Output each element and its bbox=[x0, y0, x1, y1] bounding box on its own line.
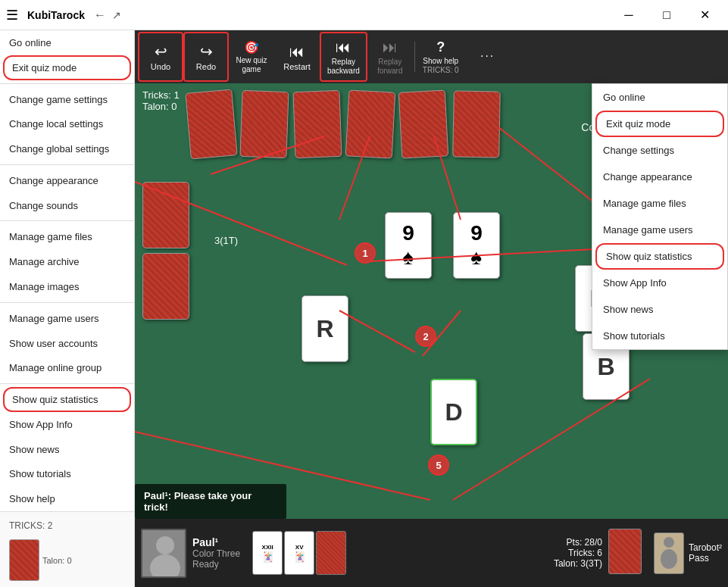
tarobot-bottom-name: Tarobot² bbox=[689, 542, 722, 553]
card-top-1[interactable] bbox=[185, 89, 237, 159]
maximize-button[interactable]: □ bbox=[649, 0, 684, 30]
redo-label: Redo bbox=[196, 62, 216, 71]
replay-forward-button[interactable]: ⏭ Replayforward bbox=[367, 32, 413, 82]
show-help-button[interactable]: ? Show helpTRICKS: 0 bbox=[417, 32, 465, 82]
game-area: ↩ Undo ↪ Redo 🎯 New quizgame ⏮ Restart ⏮… bbox=[135, 30, 728, 587]
app-title: KubiTarock bbox=[27, 9, 85, 21]
sidebar-item-change-game-settings[interactable]: Change game settings bbox=[0, 87, 134, 112]
card-figure: D bbox=[445, 398, 462, 426]
card-top-3[interactable] bbox=[292, 90, 342, 158]
top-cards bbox=[188, 91, 500, 158]
sidebar-item-change-local-settings[interactable]: Change local settings bbox=[0, 111, 134, 136]
sidebar-item-show-help[interactable]: Show help bbox=[0, 486, 134, 511]
card-top-5[interactable] bbox=[398, 89, 449, 158]
sidebar-item-manage-game-files[interactable]: Manage game files bbox=[0, 224, 134, 249]
top-left-info: Tricks: 1 Talon: 0 bbox=[142, 89, 180, 112]
dd-item-show-app-info[interactable]: Show App Info bbox=[592, 270, 727, 296]
svg-line-5 bbox=[423, 311, 461, 356]
sidebar-item-show-quiz-statistics[interactable]: Show quiz statistics bbox=[3, 387, 131, 412]
sidebar-item-show-app-info[interactable]: Show App Info bbox=[0, 412, 134, 437]
game-3-1t-label: 3(1T) bbox=[214, 235, 238, 246]
sidebar-item-manage-game-users[interactable]: Manage game users bbox=[0, 306, 134, 331]
annotation-2: 2 bbox=[415, 326, 436, 347]
undo-button[interactable]: ↩ Undo bbox=[138, 32, 183, 82]
toolbar: ↩ Undo ↪ Redo 🎯 New quizgame ⏮ Restart ⏮… bbox=[135, 30, 728, 83]
dd-item-go-online[interactable]: Go online bbox=[592, 84, 727, 111]
dd-item-change-appearance[interactable]: Change appearance bbox=[592, 164, 727, 190]
dd-item-change-settings[interactable]: Change settings bbox=[592, 137, 727, 164]
sidebar-divider-1 bbox=[0, 83, 134, 84]
dd-item-show-quiz-statistics[interactable]: Show quiz statistics bbox=[595, 243, 724, 270]
player-info: Paul¹ Color Three Ready bbox=[192, 536, 240, 570]
more-icon: ··· bbox=[480, 49, 495, 63]
sidebar-item-exit-quiz-mode[interactable]: Exit quiz mode bbox=[3, 55, 131, 80]
sidebar-item-show-user-accounts[interactable]: Show user accounts bbox=[0, 331, 134, 356]
window-controls: ─ □ ✕ bbox=[611, 0, 722, 30]
svg-point-13 bbox=[156, 536, 174, 554]
main-layout: Go online Exit quiz mode Change game set… bbox=[0, 30, 728, 587]
dd-item-show-tutorials[interactable]: Show tutorials bbox=[592, 323, 727, 349]
talon-card-bottom bbox=[608, 529, 642, 577]
sidebar-item-change-sounds[interactable]: Change sounds bbox=[0, 193, 134, 218]
sidebar-item-go-online[interactable]: Go online bbox=[0, 30, 134, 55]
sidebar-item-manage-online-group[interactable]: Manage online group bbox=[0, 355, 134, 380]
left-cards bbox=[142, 182, 189, 320]
sidebar-item-change-global-settings[interactable]: Change global settings bbox=[0, 136, 134, 161]
restart-button[interactable]: ⏮ Restart bbox=[274, 32, 320, 82]
sidebar-item-manage-archive[interactable]: Manage archive bbox=[0, 249, 134, 274]
redo-icon: ↪ bbox=[200, 42, 213, 61]
card-D[interactable]: D bbox=[430, 379, 477, 445]
replay-forward-icon: ⏭ bbox=[383, 39, 398, 56]
card-left-2[interactable] bbox=[142, 253, 189, 320]
right-dropdown-menu: Go online Exit quiz mode Change settings… bbox=[592, 83, 728, 350]
mini-card-xv[interactable]: XV 🃏 bbox=[284, 531, 314, 575]
redo-button[interactable]: ↪ Redo bbox=[183, 32, 229, 82]
card-top-2[interactable] bbox=[239, 90, 289, 158]
tarobot-bottom-section: Tarobot² Pass bbox=[654, 532, 722, 574]
dd-item-show-news[interactable]: Show news bbox=[592, 296, 727, 323]
sidebar-item-change-appearance[interactable]: Change appearance bbox=[0, 168, 134, 193]
expand-button[interactable]: ↗ bbox=[112, 9, 121, 21]
card-nine-spades-1[interactable]: 9♠ bbox=[385, 212, 432, 279]
sidebar-item-manage-images[interactable]: Manage images bbox=[0, 274, 134, 299]
card-value: 9♠ bbox=[402, 221, 414, 270]
left-sidebar: Go online Exit quiz mode Change game set… bbox=[0, 30, 135, 587]
close-button[interactable]: ✕ bbox=[687, 0, 722, 30]
new-quiz-game-button[interactable]: 🎯 New quizgame bbox=[229, 32, 274, 82]
new-quiz-game-label: New quizgame bbox=[236, 56, 267, 74]
dd-item-manage-game-files[interactable]: Manage game files bbox=[592, 190, 727, 217]
annotation-5: 5 bbox=[428, 454, 449, 476]
player-color: Color Three bbox=[192, 548, 240, 559]
sidebar-item-show-news[interactable]: Show news bbox=[0, 437, 134, 462]
card-top-6[interactable] bbox=[452, 90, 501, 158]
tarobot-bottom-avatar bbox=[654, 532, 684, 574]
bottom-right-info: Pts: 28/0 Tricks: 6 Talon: 3(3T) bbox=[554, 537, 602, 569]
card-R[interactable]: R bbox=[302, 295, 348, 362]
tarobot-bottom-status: Pass bbox=[689, 553, 722, 564]
sidebar-item-show-tutorials[interactable]: Show tutorials bbox=[0, 461, 134, 486]
sidebar-bottom: TRICKS: 2 Talon: 0 bbox=[0, 511, 134, 587]
mini-card-xxii[interactable]: XXII 🃏 bbox=[252, 531, 283, 575]
more-button[interactable]: ··· bbox=[465, 32, 511, 82]
sidebar-divider-3 bbox=[0, 220, 134, 221]
tarobot-bottom-info: Tarobot² Pass bbox=[689, 542, 722, 564]
player-status: Ready bbox=[192, 559, 240, 570]
dd-item-exit-quiz-mode[interactable]: Exit quiz mode bbox=[595, 111, 724, 137]
back-button[interactable]: ← bbox=[94, 8, 106, 22]
tricks-label: Tricks: 6 bbox=[554, 548, 602, 558]
card-left-1[interactable] bbox=[142, 182, 189, 248]
help-icon: ? bbox=[436, 39, 445, 55]
minimize-button[interactable]: ─ bbox=[611, 0, 646, 30]
hamburger-icon[interactable]: ☰ bbox=[6, 7, 18, 23]
sidebar-divider-4 bbox=[0, 302, 134, 303]
show-help-label: Show helpTRICKS: 0 bbox=[423, 57, 459, 75]
mini-card-back bbox=[316, 531, 346, 575]
replay-backward-button[interactable]: ⏮ Replaybackward bbox=[320, 32, 367, 82]
card-nine-spades-2[interactable]: 9♠ bbox=[453, 212, 500, 279]
card-top-4[interactable] bbox=[345, 89, 396, 158]
restart-icon: ⏮ bbox=[289, 43, 305, 61]
replay-forward-label: Replayforward bbox=[377, 58, 402, 76]
card-figure: B bbox=[597, 353, 614, 381]
dd-item-manage-game-users[interactable]: Manage game users bbox=[592, 217, 727, 243]
svg-line-4 bbox=[339, 311, 415, 352]
